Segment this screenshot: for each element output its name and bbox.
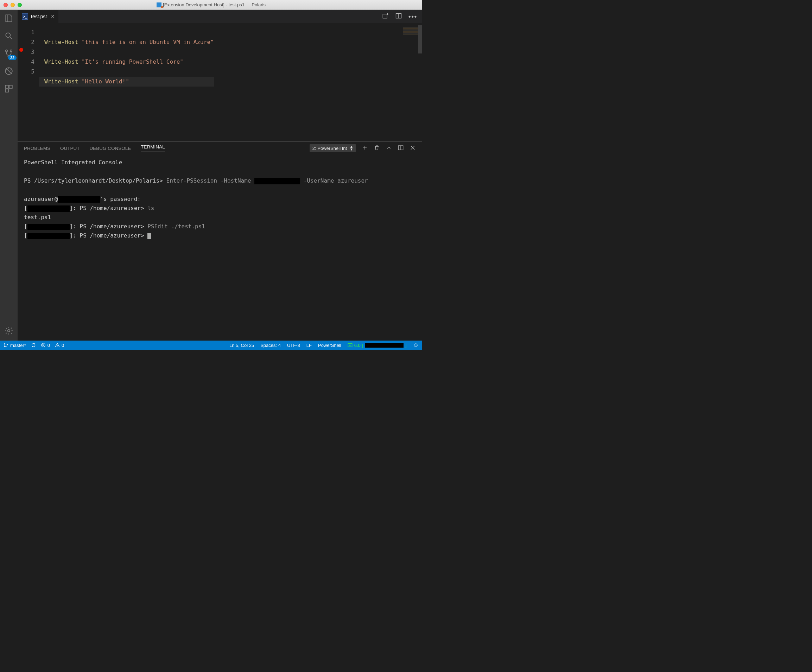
status-bar: master* 0 0 Ln 5, Col 25 Spaces: 4 UTF-8… [0,341,422,350]
scm-badge: 22 [8,55,17,60]
split-terminal-icon[interactable] [397,145,404,152]
status-language-mode[interactable]: PowerShell [318,343,341,348]
panel-tab-output[interactable]: OUTPUT [60,146,80,151]
svg-point-13 [4,346,5,347]
close-panel-icon[interactable] [409,145,416,152]
kill-terminal-icon[interactable] [374,145,380,152]
svg-rect-7 [5,89,9,92]
status-cursor-position[interactable]: Ln 5, Col 25 [229,343,254,348]
terminal-cursor [147,233,151,239]
open-changes-icon[interactable] [382,12,389,21]
svg-point-12 [4,343,5,344]
svg-rect-16 [348,343,352,346]
more-actions-icon[interactable]: ••• [408,13,417,20]
split-editor-icon[interactable] [395,12,402,21]
window-minimize-button[interactable] [10,3,15,7]
svg-rect-6 [9,85,12,88]
terminal-header-line: PowerShell Integrated Console [24,158,416,167]
terminal-content[interactable]: PowerShell Integrated Console PS /Users/… [17,154,422,341]
redacted-session [27,224,70,230]
status-git-branch[interactable]: master* [3,343,26,348]
panel-tab-problems[interactable]: PROBLEMS [24,146,50,151]
panel-tab-debug-console[interactable]: DEBUG CONSOLE [90,146,131,151]
status-sync-icon[interactable] [31,343,36,348]
powershell-file-icon: >_ [22,14,28,20]
explorer-icon[interactable] [4,14,14,23]
debug-icon[interactable] [4,66,14,76]
svg-rect-5 [5,85,9,88]
svg-point-8 [8,330,10,332]
window-close-button[interactable] [3,3,8,7]
code-content[interactable]: Write-Host "this file is on an Ubuntu VM… [39,26,214,141]
window-zoom-button[interactable] [17,3,22,7]
svg-point-1 [6,50,7,52]
source-control-icon[interactable]: 22 [4,49,14,58]
macos-titlebar: [Extension Development Host] - test.ps1 … [0,0,422,10]
tab-close-icon[interactable]: × [51,14,54,20]
vscode-icon [157,2,162,7]
line-number-gutter: 1 2 3 4 5 [17,26,39,141]
tab-label: test.ps1 [31,14,48,19]
svg-point-14 [7,344,7,345]
status-indentation[interactable]: Spaces: 4 [260,343,281,348]
status-powershell-version[interactable]: 6.0 [] [348,343,407,348]
maximize-panel-icon[interactable] [386,145,392,152]
status-encoding[interactable]: UTF-8 [287,343,300,348]
redacted-session [27,233,70,239]
svg-rect-9 [383,14,387,18]
redacted-hostname [254,178,300,184]
extensions-icon[interactable] [4,84,14,94]
svg-point-0 [6,33,10,37]
panel-tab-terminal[interactable]: TERMINAL [141,144,165,152]
tab-test-ps1[interactable]: >_ test.ps1 × [17,10,59,23]
search-icon[interactable] [4,31,14,41]
window-title: [Extension Development Host] - test.ps1 … [163,2,266,7]
editor-tab-bar: >_ test.ps1 × ••• [17,10,422,23]
redacted-session [27,205,70,212]
code-editor[interactable]: 1 2 3 4 5 Write-Host "this file is on an… [17,26,422,142]
activity-bar: 22 [0,10,17,341]
redacted-version-detail [365,343,404,348]
manage-gear-icon[interactable] [4,326,14,336]
status-feedback-icon[interactable]: ☺ [413,342,419,348]
terminal-selector[interactable]: 2: PowerShell Int ▲▼ [310,144,356,152]
status-eol[interactable]: LF [307,343,312,348]
redacted-host [58,196,100,203]
new-terminal-icon[interactable] [362,145,368,152]
editor-scrollbar[interactable] [418,26,422,141]
svg-point-2 [10,50,12,52]
status-warnings[interactable]: 0 [55,343,64,348]
bottom-panel: PROBLEMS OUTPUT DEBUG CONSOLE TERMINAL 2… [17,142,422,341]
status-errors[interactable]: 0 [41,343,50,348]
